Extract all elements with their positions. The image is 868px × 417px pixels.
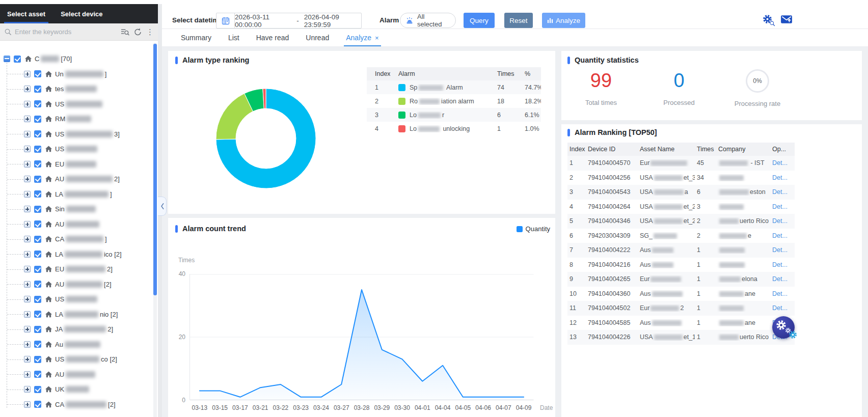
expand-node-icon[interactable] — [24, 101, 31, 107]
expand-node-icon[interactable] — [24, 86, 31, 92]
expand-node-icon[interactable] — [24, 176, 31, 182]
tree-item[interactable]: US — [0, 97, 152, 112]
sidebar-scrollbar-thumb[interactable] — [153, 44, 157, 295]
checkbox-checked[interactable] — [34, 130, 41, 137]
checkbox-checked[interactable] — [34, 190, 41, 198]
details-link[interactable]: Det... — [772, 275, 788, 283]
content-tab[interactable]: List × — [228, 29, 239, 46]
legend-quantity[interactable]: Quantity — [517, 225, 550, 233]
details-link[interactable]: Det... — [772, 159, 788, 166]
tree-item[interactable]: Sin — [0, 202, 152, 217]
expand-node-icon[interactable] — [24, 311, 31, 318]
collapse-sidebar-button[interactable] — [158, 197, 167, 216]
alarm-type-select[interactable]: All selected — [400, 13, 456, 28]
settings-search-icon-button[interactable] — [763, 14, 774, 26]
checkbox-checked[interactable] — [34, 116, 41, 123]
checkbox-checked[interactable] — [34, 160, 41, 168]
checkbox-checked[interactable] — [34, 296, 41, 303]
checkbox-checked[interactable] — [34, 281, 41, 288]
filter-search-icon[interactable] — [121, 28, 129, 36]
expand-node-icon[interactable] — [24, 236, 31, 242]
checkbox-checked[interactable] — [34, 371, 41, 378]
tree-item[interactable]: US — [0, 292, 152, 307]
tree-item[interactable]: RM — [0, 112, 152, 127]
tree-item[interactable]: AU[2] — [0, 277, 152, 292]
tree-item[interactable]: tes — [0, 81, 152, 97]
expand-node-icon[interactable] — [24, 401, 31, 408]
tab-close-icon[interactable]: × — [375, 34, 379, 42]
content-tab[interactable]: Unread × — [306, 29, 329, 46]
tree-item[interactable]: AU2] — [0, 172, 152, 187]
tree-item[interactable]: CA[2] — [0, 397, 152, 412]
tree-item[interactable]: AU — [0, 217, 152, 232]
checkbox-checked[interactable] — [34, 311, 41, 318]
details-link[interactable]: Det... — [772, 188, 788, 196]
line-chart[interactable] — [189, 274, 534, 400]
expand-node-icon[interactable] — [24, 371, 31, 378]
expand-node-icon[interactable] — [24, 386, 31, 393]
details-link[interactable]: Det... — [772, 203, 788, 210]
checkbox-checked[interactable] — [14, 55, 21, 63]
mail-export-icon-button[interactable] — [780, 14, 793, 24]
tree-item[interactable]: Un] — [0, 67, 152, 82]
details-link[interactable]: Det... — [772, 246, 788, 254]
expand-node-icon[interactable] — [24, 281, 31, 288]
reset-button[interactable]: Reset — [504, 13, 533, 28]
expand-node-icon[interactable] — [24, 341, 31, 348]
expand-node-icon[interactable] — [24, 146, 31, 152]
tree-item[interactable]: LA] — [0, 187, 152, 202]
tree-item[interactable]: US — [0, 142, 152, 157]
checkbox-checked[interactable] — [34, 326, 41, 333]
sidebar-tab[interactable]: Select asset — [4, 4, 48, 23]
expand-node-icon[interactable] — [24, 191, 31, 198]
refresh-icon[interactable] — [133, 28, 142, 36]
search-input[interactable] — [12, 28, 117, 36]
tree-item[interactable]: UK — [0, 382, 152, 397]
details-link[interactable]: Det... — [772, 217, 788, 225]
tree-item[interactable]: JA2] — [0, 322, 152, 337]
expand-node-icon[interactable] — [24, 116, 31, 122]
checkbox-checked[interactable] — [34, 146, 41, 153]
tree-item[interactable]: AU — [0, 367, 152, 382]
expand-node-icon[interactable] — [24, 161, 31, 168]
details-link[interactable]: Det... — [772, 232, 788, 239]
tree-root-item[interactable]: C[70] — [0, 51, 152, 67]
query-button[interactable]: Query — [464, 13, 495, 28]
expand-node-icon[interactable] — [24, 266, 31, 272]
tree-item[interactable]: CA] — [0, 232, 152, 247]
tree-item[interactable]: EU2] — [0, 262, 152, 277]
donut-chart[interactable] — [210, 82, 322, 194]
checkbox-checked[interactable] — [34, 386, 41, 393]
content-tab[interactable]: Summary × — [181, 29, 211, 46]
expand-node-icon[interactable] — [24, 296, 31, 302]
checkbox-checked[interactable] — [34, 236, 41, 243]
expand-node-icon[interactable] — [24, 356, 31, 363]
details-link[interactable]: Det... — [772, 290, 788, 297]
date-range-value[interactable]: 2026-03-11 00:00:00 - 2026-04-09 23:59:5… — [235, 13, 361, 29]
tree-item[interactable]: LAico [2] — [0, 247, 152, 262]
expand-node-icon[interactable] — [24, 206, 31, 212]
tree-item[interactable]: EU — [0, 157, 152, 172]
checkbox-checked[interactable] — [34, 356, 41, 363]
calendar-button[interactable] — [216, 13, 235, 28]
tree-item[interactable]: US3] — [0, 127, 152, 142]
checkbox-checked[interactable] — [34, 266, 41, 273]
checkbox-checked[interactable] — [34, 341, 41, 348]
checkbox-checked[interactable] — [34, 86, 41, 93]
tree-item[interactable]: Au — [0, 337, 152, 352]
content-tab[interactable]: Analyze × — [346, 29, 378, 46]
expand-node-icon[interactable] — [24, 71, 31, 77]
content-tab[interactable]: Have read × — [256, 29, 289, 46]
tree-item[interactable]: USco [2] — [0, 352, 152, 367]
details-link[interactable]: Det... — [772, 261, 788, 268]
tree-item[interactable]: LAnio [2] — [0, 307, 152, 322]
analyze-button[interactable]: Analyze — [542, 13, 585, 28]
expand-node-icon[interactable] — [24, 326, 31, 332]
expand-node-icon[interactable] — [24, 131, 31, 137]
checkbox-checked[interactable] — [34, 220, 41, 228]
checkbox-checked[interactable] — [34, 70, 41, 77]
checkbox-checked[interactable] — [34, 100, 41, 107]
date-range-picker[interactable]: 2026-03-11 00:00:00 - 2026-04-09 23:59:5… — [216, 13, 362, 29]
checkbox-checked[interactable] — [34, 206, 41, 213]
checkbox-checked[interactable] — [34, 251, 41, 258]
